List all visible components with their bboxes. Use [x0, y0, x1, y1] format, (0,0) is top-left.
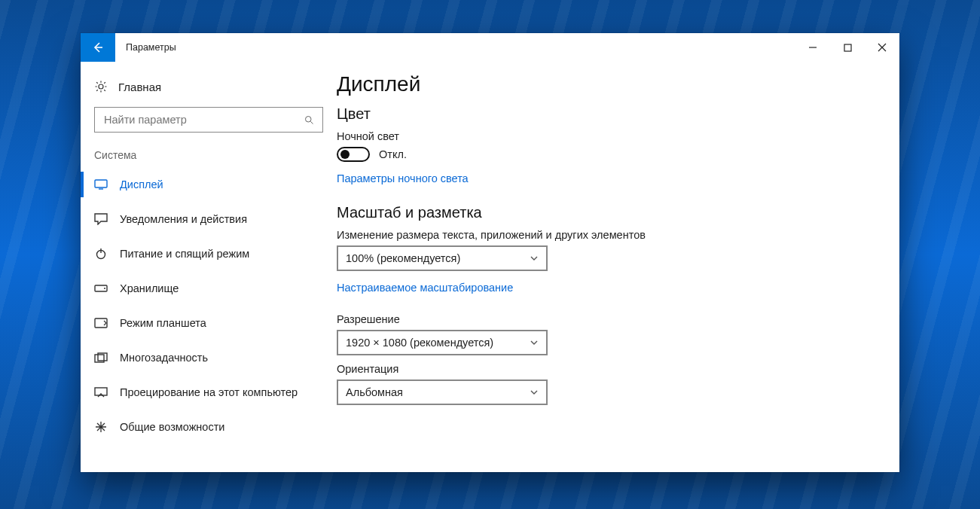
sidebar-item-label: Режим планшета: [120, 317, 206, 329]
sidebar-item-power[interactable]: Питание и спящий режим: [81, 236, 337, 271]
sidebar-item-label: Общие возможности: [120, 421, 224, 433]
drive-icon: [94, 285, 108, 292]
sidebar-item-storage[interactable]: Хранилище: [81, 271, 337, 306]
sidebar: Главная Система Дисплей: [81, 62, 337, 472]
sidebar-item-notifications[interactable]: Уведомления и действия: [81, 202, 337, 236]
chevron-down-icon: [530, 338, 539, 347]
sidebar-item-shared[interactable]: Общие возможности: [81, 410, 337, 444]
sidebar-item-label: Питание и спящий режим: [120, 248, 249, 260]
scale-value: 100% (рекомендуется): [346, 252, 460, 264]
sidebar-item-display[interactable]: Дисплей: [81, 167, 337, 202]
orientation-label: Ориентация: [337, 363, 869, 375]
monitor-icon: [94, 179, 108, 190]
close-icon: [878, 43, 887, 52]
section-scale: Масштаб и разметка: [337, 204, 869, 221]
gear-icon: [94, 80, 108, 93]
chevron-down-icon: [530, 254, 539, 263]
night-light-toggle[interactable]: [337, 147, 370, 162]
search-icon: [304, 114, 315, 126]
scale-dropdown[interactable]: 100% (рекомендуется): [337, 245, 548, 271]
speech-bubble-icon: [94, 213, 108, 225]
sidebar-item-label: Многозадачность: [120, 352, 208, 364]
maximize-icon: [844, 44, 852, 52]
svg-point-1: [306, 116, 312, 122]
sidebar-home[interactable]: Главная: [81, 75, 337, 102]
custom-scaling-link[interactable]: Настраиваемое масштабирование: [337, 282, 513, 294]
maximize-button[interactable]: [830, 33, 865, 62]
power-icon: [94, 248, 108, 260]
night-light-state: Откл.: [379, 148, 407, 160]
resolution-value: 1920 × 1080 (рекомендуется): [346, 337, 493, 349]
sidebar-item-projecting[interactable]: Проецирование на этот компьютер: [81, 375, 337, 410]
sidebar-item-label: Дисплей: [120, 178, 163, 190]
multitask-icon: [94, 352, 108, 363]
svg-point-5: [104, 288, 105, 289]
search-input[interactable]: [102, 113, 304, 126]
project-icon: [94, 387, 108, 398]
sidebar-item-label: Хранилище: [120, 282, 179, 294]
back-button[interactable]: [81, 33, 115, 62]
share-icon: [94, 421, 108, 433]
night-light-label: Ночной свет: [337, 130, 869, 142]
svg-rect-2: [95, 180, 107, 187]
search-box[interactable]: [94, 107, 323, 133]
sidebar-home-label: Главная: [118, 81, 161, 93]
resolution-label: Разрешение: [337, 313, 869, 325]
sidebar-item-tablet[interactable]: Режим планшета: [81, 306, 337, 340]
scale-label: Изменение размера текста, приложений и д…: [337, 229, 869, 241]
settings-window: Параметры Главная: [81, 33, 899, 472]
sidebar-item-label: Проецирование на этот компьютер: [120, 386, 298, 398]
orientation-dropdown[interactable]: Альбомная: [337, 379, 548, 405]
section-color: Цвет: [337, 105, 869, 123]
sidebar-category: Система: [81, 146, 337, 167]
sidebar-item-multitask[interactable]: Многозадачность: [81, 340, 337, 375]
minimize-button[interactable]: [795, 33, 830, 62]
main-panel: Дисплей Цвет Ночной свет Откл. Параметры…: [337, 62, 899, 472]
svg-rect-0: [844, 44, 851, 51]
svg-rect-6: [95, 319, 107, 328]
page-heading: Дисплей: [337, 72, 869, 96]
titlebar: Параметры: [81, 33, 899, 62]
orientation-value: Альбомная: [346, 386, 403, 398]
resolution-dropdown[interactable]: 1920 × 1080 (рекомендуется): [337, 330, 548, 355]
night-light-settings-link[interactable]: Параметры ночного света: [337, 172, 469, 184]
sidebar-item-label: Уведомления и действия: [120, 213, 247, 225]
minimize-icon: [808, 43, 817, 52]
arrow-left-icon: [92, 41, 104, 53]
close-button[interactable]: [865, 33, 899, 62]
tablet-icon: [94, 318, 108, 328]
window-title: Параметры: [115, 33, 795, 62]
chevron-down-icon: [530, 388, 539, 397]
